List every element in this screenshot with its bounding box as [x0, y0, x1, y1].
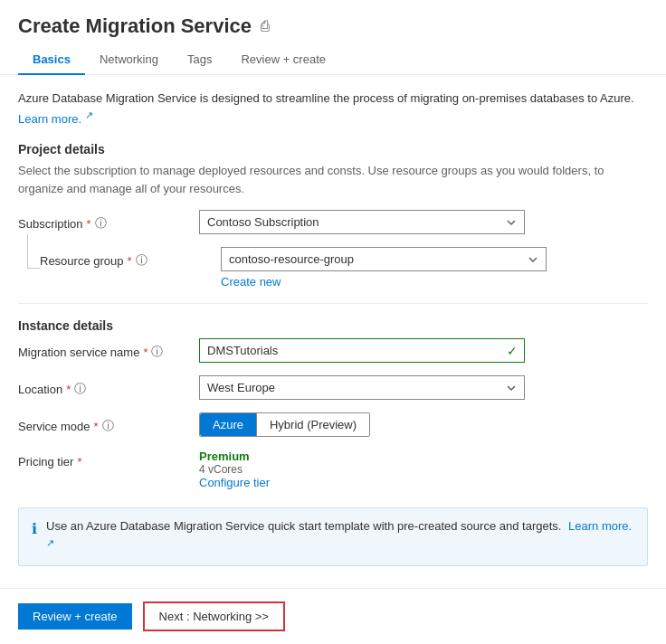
info-banner-text: Use an Azure Database Migration Service … [46, 517, 634, 555]
service-mode-toggle: Azure Hybrid (Preview) [199, 412, 370, 437]
page-title: Create Migration Service [18, 14, 252, 38]
pricing-tier-input-col: Premium 4 vCores Configure tier [199, 450, 525, 489]
migration-service-name-row: Migration service name * ⓘ ✓ [18, 338, 648, 363]
header: Create Migration Service ⎙ [0, 0, 666, 45]
resource-group-input-col: contoso-resource-group Create new [221, 247, 648, 289]
info-banner: ℹ Use an Azure Database Migration Servic… [18, 507, 648, 565]
service-mode-azure-btn[interactable]: Azure [200, 413, 256, 436]
instance-details-title: Instance details [18, 318, 648, 333]
msn-info-icon[interactable]: ⓘ [151, 344, 163, 360]
resource-group-info-icon[interactable]: ⓘ [136, 252, 147, 269]
next-networking-button[interactable]: Next : Networking >> [143, 601, 285, 631]
project-details-title: Project details [18, 142, 648, 156]
pricing-tier-label: Pricing tier * [18, 450, 199, 469]
pricing-tier-name: Premium [199, 450, 525, 463]
pt-required: * [77, 455, 81, 469]
location-select[interactable]: West Europe [199, 375, 525, 400]
migration-service-name-input-col: ✓ [199, 338, 648, 363]
subscription-info-icon[interactable]: ⓘ [95, 215, 107, 232]
subscription-label: Subscription * ⓘ [18, 210, 199, 232]
service-mode-input-col: Azure Hybrid (Preview) [199, 412, 648, 437]
location-info-icon[interactable]: ⓘ [74, 381, 86, 397]
msn-required: * [143, 346, 147, 359]
resource-group-select[interactable]: contoso-resource-group [221, 247, 547, 271]
tab-tags[interactable]: Tags [173, 45, 226, 75]
project-details-desc: Select the subscription to manage deploy… [18, 162, 648, 197]
print-icon[interactable]: ⎙ [261, 18, 270, 34]
tab-networking[interactable]: Networking [85, 45, 173, 75]
location-input-col: West Europe [199, 375, 648, 400]
tabs-bar: Basics Networking Tags Review + create [0, 45, 666, 75]
pricing-tier-vcores: 4 vCores [199, 463, 525, 476]
subscription-required: * [87, 217, 91, 231]
info-banner-icon: ℹ [32, 518, 37, 540]
location-row: Location * ⓘ West Europe [18, 375, 648, 400]
tab-review-create[interactable]: Review + create [226, 45, 340, 75]
service-mode-row: Service mode * ⓘ Azure Hybrid (Preview) [18, 412, 648, 437]
page-container: Create Migration Service ⎙ Basics Networ… [0, 0, 666, 644]
configure-tier-link[interactable]: Configure tier [199, 476, 270, 489]
sm-required: * [93, 420, 98, 433]
intro-text: Azure Database Migration Service is desi… [18, 90, 648, 128]
footer: Review + create Next : Networking >> [0, 588, 666, 644]
form-content: Azure Database Migration Service is desi… [0, 75, 666, 588]
migration-service-name-label: Migration service name * ⓘ [18, 338, 199, 360]
section-divider [18, 303, 648, 304]
pricing-tier-row: Pricing tier * Premium 4 vCores Configur… [18, 450, 648, 489]
location-label: Location * ⓘ [18, 375, 199, 397]
resource-group-label: Resource group * ⓘ [40, 247, 221, 269]
intro-learn-more-link[interactable]: Learn more. ↗ [18, 112, 93, 126]
tab-basics[interactable]: Basics [18, 45, 85, 75]
subscription-input-col: Contoso Subscription [199, 210, 648, 234]
sm-info-icon[interactable]: ⓘ [102, 418, 114, 434]
service-mode-label: Service mode * ⓘ [18, 412, 199, 434]
review-create-button[interactable]: Review + create [18, 603, 132, 630]
resource-group-row: Resource group * ⓘ contoso-resource-grou… [18, 247, 648, 289]
resource-group-required: * [128, 254, 132, 268]
location-required: * [66, 383, 71, 396]
migration-service-name-input[interactable] [199, 338, 525, 363]
banner-external-link-icon: ↗ [46, 537, 54, 548]
external-link-icon: ↗ [85, 109, 93, 120]
subscription-row: Subscription * ⓘ Contoso Subscription [18, 210, 648, 234]
subscription-select[interactable]: Contoso Subscription [199, 210, 525, 234]
create-new-link[interactable]: Create new [221, 275, 648, 289]
valid-checkmark-icon: ✓ [507, 344, 518, 358]
service-mode-hybrid-btn[interactable]: Hybrid (Preview) [256, 413, 369, 436]
migration-service-name-wrapper: ✓ [199, 338, 525, 363]
